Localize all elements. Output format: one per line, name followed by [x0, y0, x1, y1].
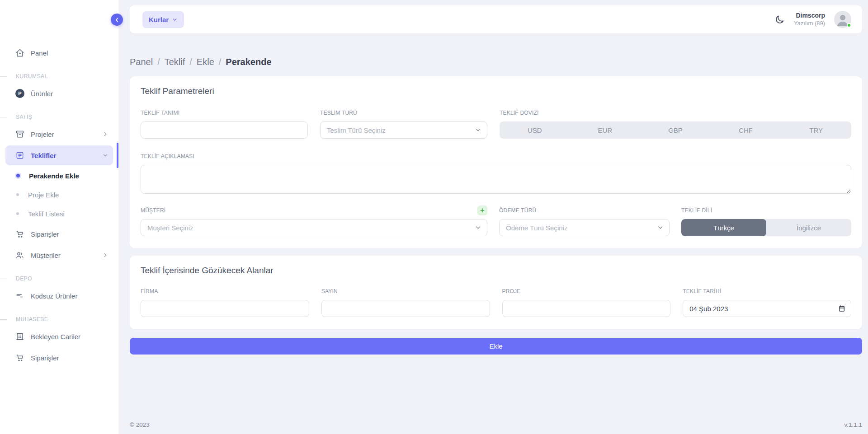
sidebar: Panel KURUMSAL P Ürünler SATIŞ Projeler: [0, 0, 118, 434]
teklif-tarihi-input[interactable]: [683, 300, 851, 317]
main-content: Kurlar Dimscorp Yazılım (89): [118, 0, 868, 434]
sidebar-subitem-teklif-listesi[interactable]: Teklif Listesi: [5, 205, 113, 223]
field-label: MÜŞTERİ: [141, 207, 165, 214]
user-subtitle: Yazılım (89): [794, 20, 825, 27]
sidebar-subitem-perakende-ekle[interactable]: Perakende Ekle: [5, 167, 113, 185]
products-p-badge-icon: P: [15, 89, 24, 98]
cart-icon: [15, 353, 24, 362]
field-teklif-dovizi: TEKLİF DÖVİZİ USD EUR GBP CHF TRY: [500, 108, 851, 139]
topbar-right-group: Dimscorp Yazılım (89): [774, 11, 851, 28]
sidebar-item-bekleyen-cariler[interactable]: Bekleyen Cariler: [5, 327, 113, 346]
sidebar-item-siparisler[interactable]: Siparişler: [5, 224, 113, 244]
currency-option-eur[interactable]: EUR: [570, 121, 641, 139]
version-text: v.1.1.1: [844, 421, 862, 428]
dark-mode-toggle[interactable]: [774, 14, 785, 25]
teklif-tanimi-input[interactable]: [141, 121, 308, 139]
field-label: TEKLİF TARİHİ: [683, 288, 721, 294]
chevron-down-icon: [475, 224, 481, 231]
footer: © 2023 v.1.1.1: [130, 416, 862, 434]
language-segmented-control: Türkçe İngilizce: [681, 219, 851, 236]
language-option-turkce[interactable]: Türkçe: [681, 219, 766, 236]
breadcrumb-separator: /: [219, 57, 222, 67]
cart-icon: [15, 229, 24, 238]
list-lines-icon: [15, 291, 24, 300]
currency-option-gbp[interactable]: GBP: [640, 121, 711, 139]
field-teklif-tarihi: TEKLİF TARİHİ: [683, 286, 851, 317]
home-icon: [15, 48, 24, 57]
bullet-icon: [16, 193, 19, 196]
currency-option-chf[interactable]: CHF: [711, 121, 781, 139]
sidebar-section-muhasebe: MUHASEBE: [0, 316, 118, 323]
section-label: MUHASEBE: [16, 316, 48, 322]
breadcrumb-separator: /: [189, 57, 192, 67]
sidebar-item-kodsuz-urunler[interactable]: Kodsuz Ürünler: [5, 286, 113, 306]
breadcrumb-item[interactable]: Panel: [130, 57, 153, 67]
sidebar-item-panel[interactable]: Panel: [5, 43, 113, 63]
sayin-input[interactable]: [321, 300, 490, 317]
sidebar-item-teklifler[interactable]: Teklifler: [5, 145, 113, 165]
field-teklif-dili: TEKLİF DİLİ Türkçe İngilizce: [681, 205, 851, 236]
field-teklif-tanimi: TEKLİF TANIMI: [141, 108, 308, 139]
musteri-select[interactable]: Müşteri Seçiniz: [141, 219, 487, 236]
field-label: TEKLİF DİLİ: [681, 207, 712, 214]
building-icon: [15, 332, 24, 341]
sidebar-item-label: Siparişler: [31, 230, 59, 238]
add-customer-button[interactable]: +: [477, 205, 487, 215]
firma-input[interactable]: [141, 300, 309, 317]
section-label: KURUMSAL: [16, 73, 48, 79]
teslim-turu-select[interactable]: Teslim Türü Seçiniz: [320, 121, 487, 139]
kurlar-dropdown-button[interactable]: Kurlar: [142, 11, 184, 28]
section-label: DEPO: [16, 275, 32, 282]
sidebar-nav: Panel KURUMSAL P Ürünler SATIŞ Projeler: [0, 0, 118, 368]
sidebar-item-label: Ürünler: [31, 90, 53, 98]
chevron-left-icon: [114, 17, 120, 23]
bullet-icon: [16, 212, 19, 215]
proje-input[interactable]: [502, 300, 671, 317]
field-musteri: MÜŞTERİ + Müşteri Seçiniz: [141, 205, 487, 236]
sidebar-item-label: Projeler: [31, 131, 54, 138]
breadcrumb-item[interactable]: Ekle: [197, 57, 214, 67]
sidebar-section-satis: SATIŞ: [0, 113, 118, 121]
language-option-ingilizce[interactable]: İngilizce: [766, 219, 851, 236]
currency-segmented-control: USD EUR GBP CHF TRY: [500, 121, 851, 139]
user-name: Dimscorp: [794, 12, 825, 20]
sidebar-item-musteriler[interactable]: Müşteriler: [5, 245, 113, 265]
sidebar-item-urunler[interactable]: P Ürünler: [5, 84, 113, 103]
section-label: SATIŞ: [16, 114, 32, 120]
odeme-turu-select[interactable]: Ödeme Türü Seçiniz: [499, 219, 670, 236]
currency-option-usd[interactable]: USD: [500, 121, 570, 139]
sidebar-section-kurumsal: KURUMSAL: [0, 73, 118, 80]
active-bullet-icon: [16, 174, 20, 177]
sidebar-item-label: Müşteriler: [31, 252, 61, 259]
user-meta: Dimscorp Yazılım (89): [794, 12, 825, 27]
sidebar-item-siparisler-muhasebe[interactable]: Siparişler: [5, 348, 113, 368]
sidebar-collapse-button[interactable]: [111, 14, 123, 26]
chevron-down-icon: [475, 127, 481, 134]
users-icon: [15, 251, 24, 260]
sidebar-item-label: Panel: [31, 49, 48, 57]
list-table-icon: [15, 151, 24, 160]
currency-option-try[interactable]: TRY: [781, 121, 851, 139]
breadcrumb: Panel / Teklif / Ekle / Perakende: [130, 57, 862, 67]
field-sayin: SAYIN: [321, 286, 490, 317]
field-teslim-turu: TESLİM TÜRÜ Teslim Türü Seçiniz: [320, 108, 487, 139]
chevron-down-icon: [172, 17, 178, 23]
field-proje: PROJE: [502, 286, 671, 317]
chevron-right-icon: [102, 252, 108, 258]
form-row-4: FİRMA SAYIN PROJE TEKLİF TARİHİ: [141, 286, 851, 317]
sidebar-item-label: Kodsuz Ürünler: [31, 292, 77, 300]
avatar[interactable]: [834, 11, 851, 28]
teklif-aciklamasi-textarea[interactable]: [141, 165, 851, 194]
ekle-submit-button[interactable]: Ekle: [130, 338, 862, 355]
field-label: FİRMA: [141, 288, 158, 294]
field-label: TEKLİF AÇIKLAMASI: [141, 153, 194, 159]
sidebar-subitem-label: Teklif Listesi: [28, 210, 65, 218]
sidebar-item-label: Siparişler: [31, 354, 59, 362]
moon-icon: [774, 14, 785, 25]
chevron-down-icon: [102, 152, 108, 159]
sidebar-subitem-proje-ekle[interactable]: Proje Ekle: [5, 186, 113, 204]
online-status-dot: [847, 23, 851, 28]
breadcrumb-item[interactable]: Teklif: [165, 57, 185, 67]
sidebar-item-projeler[interactable]: Projeler: [5, 124, 113, 144]
select-placeholder: Müşteri Seçiniz: [147, 224, 193, 232]
